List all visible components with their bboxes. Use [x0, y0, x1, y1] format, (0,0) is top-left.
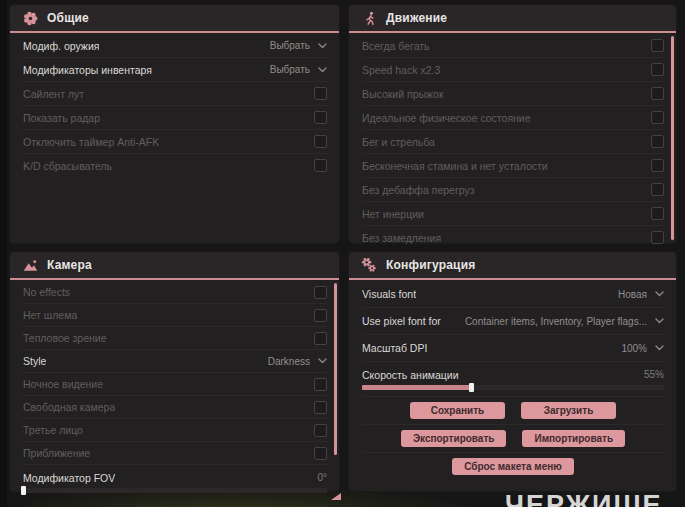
panel-camera: Камера No effectsНет шлемаТепловое зрени… — [10, 252, 339, 491]
checkbox[interactable] — [314, 401, 327, 414]
row-label: Масштаб DPI — [362, 342, 427, 354]
dropdown-value: 100% — [621, 343, 647, 354]
row-label: Ночное видение — [23, 378, 103, 390]
slider[interactable] — [23, 488, 327, 493]
slider[interactable] — [362, 385, 664, 390]
checkbox[interactable] — [314, 447, 327, 460]
checkbox[interactable] — [314, 332, 327, 345]
panel-config: Конфигурация Visuals fontНоваяUse pixel … — [349, 252, 676, 491]
checkbox[interactable] — [651, 159, 664, 172]
row-style: StyleDarkness — [23, 350, 327, 373]
checkbox[interactable] — [314, 286, 327, 299]
row-label: Speed hack x2.3 — [362, 64, 440, 76]
chevron-down-icon — [318, 43, 327, 49]
row-label: Показать радар — [23, 112, 100, 124]
row-label: Всегда бегать — [362, 40, 430, 52]
gear-flower-icon — [22, 10, 38, 26]
row-label: Свободная камера — [23, 401, 115, 413]
row-третье-лицо: Третье лицо — [23, 419, 327, 442]
row-модиф-оружия: Модиф. оружияВыбрать — [23, 34, 327, 58]
dropdown[interactable]: Выбрать — [270, 40, 327, 51]
row-label: Visuals font — [362, 288, 416, 300]
row-label: Модиф. оружия — [23, 40, 99, 52]
panel-title: Камера — [47, 258, 92, 272]
panel-general: Общие Модиф. оружияВыбратьМодификаторы и… — [10, 5, 339, 243]
row-label: Идеальное физическое состояние — [362, 112, 531, 124]
dropdown[interactable]: 100% — [621, 343, 664, 354]
resize-handle[interactable] — [331, 493, 341, 500]
scrollbar[interactable] — [334, 283, 337, 455]
scrollbar[interactable] — [671, 36, 674, 240]
row-label: No effects — [23, 286, 70, 298]
экспортировать-button[interactable]: Экспортировать — [401, 430, 507, 447]
row-показать-радар: Показать радар — [23, 106, 327, 130]
импортировать-button[interactable]: Импортировать — [522, 430, 625, 447]
chevron-down-icon — [318, 67, 327, 73]
row-label: Нет инерции — [362, 208, 424, 220]
row-label: Модификатор FOV — [23, 472, 115, 484]
checkbox[interactable] — [651, 63, 664, 76]
row-без-замедления: Без замедления — [362, 226, 664, 249]
row-нет-шлема: Нет шлема — [23, 304, 327, 327]
сброс-макета-меню-button[interactable]: Сброс макета меню — [452, 458, 574, 475]
chevron-down-icon — [655, 318, 664, 324]
slider-value: 0° — [317, 472, 327, 483]
checkbox[interactable] — [314, 378, 327, 391]
row-приближение: Приближение — [23, 442, 327, 465]
dropdown-value: Выбрать — [270, 40, 310, 51]
chevron-down-icon — [655, 291, 664, 297]
chevron-down-icon — [655, 345, 664, 351]
row-label: K/D сбрасыватель — [23, 160, 112, 172]
row-k-d-сбрасыватель: K/D сбрасыватель — [23, 154, 327, 177]
row-отключить-таймер-anti-afk: Отключить таймер Anti-AFK — [23, 130, 327, 154]
dropdown-value: Выбрать — [270, 64, 310, 75]
checkbox[interactable] — [651, 183, 664, 196]
dropdown[interactable]: Darkness — [268, 356, 327, 367]
row-масштаб-dpi: Масштаб DPI100% — [362, 335, 664, 362]
checkbox[interactable] — [651, 207, 664, 220]
checkbox[interactable] — [314, 424, 327, 437]
сохранить-button[interactable]: Сохранить — [410, 402, 505, 419]
dropdown[interactable]: Container items, Inventory, Player flags… — [465, 316, 664, 327]
row-label: Сайлент лут — [23, 88, 84, 100]
checkbox[interactable] — [314, 87, 327, 100]
panel-movement-header[interactable]: Движение — [349, 5, 676, 33]
checkbox[interactable] — [314, 135, 327, 148]
gears-icon — [361, 257, 377, 273]
watermark-text: ЧЕРЖИШЕ — [505, 490, 663, 507]
panel-movement: Движение Всегда бегатьSpeed hack x2.3Выс… — [349, 5, 676, 243]
dropdown-value: Container items, Inventory, Player flags… — [465, 316, 647, 327]
chevron-down-icon — [318, 358, 327, 364]
checkbox[interactable] — [651, 111, 664, 124]
row-бег-и-стрельба: Бег и стрельба — [362, 130, 664, 154]
slider-value: 55% — [644, 369, 664, 380]
checkbox[interactable] — [314, 309, 327, 322]
row-buttons: Сброс макета меню — [362, 453, 664, 480]
row-no-effects: No effects — [23, 281, 327, 304]
row-высокий-прыжок: Высокий прыжок — [362, 82, 664, 106]
dropdown[interactable]: Выбрать — [270, 64, 327, 75]
panel-config-header[interactable]: Конфигурация — [349, 252, 676, 280]
row-use-pixel-font-for: Use pixel font forContainer items, Inven… — [362, 308, 664, 335]
row-label: Отключить таймер Anti-AFK — [23, 136, 159, 148]
checkbox[interactable] — [314, 159, 327, 172]
panel-camera-header[interactable]: Камера — [10, 252, 339, 280]
row-label: Без дебаффа перегруз — [362, 184, 475, 196]
checkbox[interactable] — [651, 39, 664, 52]
row-тепловое-зрение: Тепловое зрение — [23, 327, 327, 350]
row-label: Бег и стрельба — [362, 136, 435, 148]
row-label: Без замедления — [362, 232, 441, 244]
row-label: Модификаторы инвентаря — [23, 64, 152, 76]
checkbox[interactable] — [651, 135, 664, 148]
checkbox[interactable] — [651, 87, 664, 100]
row-свободная-камера: Свободная камера — [23, 396, 327, 419]
checkbox[interactable] — [314, 111, 327, 124]
image-icon — [22, 257, 38, 273]
panel-general-header[interactable]: Общие — [10, 5, 339, 33]
dropdown[interactable]: Новая — [618, 289, 664, 300]
checkbox[interactable] — [651, 231, 664, 244]
загрузить-button[interactable]: Загрузить — [521, 402, 616, 419]
row-всегда-бегать: Всегда бегать — [362, 34, 664, 58]
row-label: Высокий прыжок — [362, 88, 444, 100]
dropdown-value: Darkness — [268, 356, 310, 367]
